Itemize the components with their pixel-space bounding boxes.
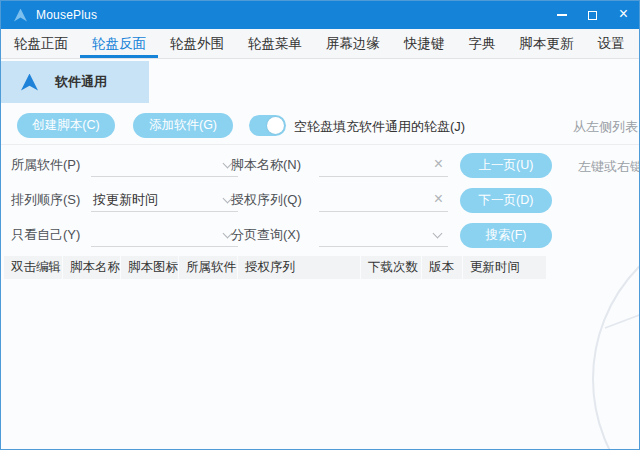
maximize-button[interactable] [577,1,608,29]
script-name-input[interactable]: × [319,153,448,177]
only-mine-label: 只看自己(Y) [11,223,80,247]
only-mine-dropdown[interactable] [91,223,238,247]
sort-order-label: 排列顺序(S) [11,188,80,212]
prev-page-button[interactable]: 上一页(U) [460,153,552,178]
page-query-dropdown[interactable] [319,223,448,247]
maximize-icon [588,11,597,20]
cursor-triangle-icon [21,74,38,91]
search-button[interactable]: 搜索(F) [460,223,552,248]
tab-wheel-outer[interactable]: 轮盘外围 [158,29,236,58]
tab-bar: 轮盘正面 轮盘反面 轮盘外围 轮盘菜单 屏幕边缘 快捷键 字典 脚本更新 设置 [1,29,639,59]
col-script-name[interactable]: 脚本名称 [63,256,121,279]
license-serial-label: 授权序列(Q) [231,188,302,212]
page-query-label: 分页查询(X) [231,223,300,247]
close-icon: × [619,6,628,22]
script-name-label: 脚本名称(N) [231,153,301,177]
license-serial-input[interactable]: × [319,188,448,212]
hint-left-or-right-click: 左键或右键 [578,158,640,176]
section-title: 软件通用 [55,73,107,91]
script-table-header: 双击编辑 脚本名称 脚本图标 所属软件 授权序列 下载次数 版本 更新时间 [4,256,547,279]
col-download-count[interactable]: 下载次数 [361,256,422,279]
window-title: MousePlus [36,8,97,22]
tab-dictionary[interactable]: 字典 [457,29,508,58]
tab-wheel-back[interactable]: 轮盘反面 [80,29,158,58]
minimize-button[interactable] [546,1,577,29]
clear-icon[interactable]: × [434,156,443,172]
next-page-button[interactable]: 下一页(D) [460,188,552,213]
tab-script-update[interactable]: 脚本更新 [508,29,586,58]
mouseplus-window: MousePlus × 轮盘正面 轮盘反面 轮盘外围 轮盘菜单 屏幕边缘 快捷键… [0,0,640,450]
minimize-icon [557,14,567,16]
tab-wheel-menu[interactable]: 轮盘菜单 [236,29,314,58]
add-software-button[interactable]: 添加软件(G) [133,113,233,138]
window-controls: × [546,1,639,29]
col-update-time[interactable]: 更新时间 [463,256,547,279]
toggle-knob [267,117,284,134]
mouseplus-logo-icon [14,9,27,22]
dropdown-value: 按更新时间 [91,188,218,211]
owner-software-label: 所属软件(P) [11,153,80,177]
tab-wheel-front[interactable]: 轮盘正面 [2,29,80,58]
fill-empty-wheel-toggle[interactable] [249,115,286,136]
tab-hotkeys[interactable]: 快捷键 [392,29,457,58]
sort-order-dropdown[interactable]: 按更新时间 [91,188,238,212]
owner-software-dropdown[interactable] [91,153,238,177]
clear-icon[interactable]: × [434,191,443,207]
create-script-button[interactable]: 创建脚本(C) [17,113,115,138]
toggle-label: 空轮盘填充软件通用的轮盘(J) [294,118,465,136]
chevron-down-icon[interactable] [433,229,443,239]
col-license-serial[interactable]: 授权序列 [238,256,361,279]
divider [1,144,639,145]
col-version[interactable]: 版本 [422,256,463,279]
tab-screen-edge[interactable]: 屏幕边缘 [314,29,392,58]
col-double-click-edit[interactable]: 双击编辑 [4,256,63,279]
section-software-general[interactable]: 软件通用 [1,61,149,103]
hint-from-left-list: 从左侧列表 [573,118,638,136]
title-bar: MousePlus × [1,1,639,29]
col-script-icon[interactable]: 脚本图标 [121,256,179,279]
close-button[interactable]: × [608,1,639,29]
tab-settings[interactable]: 设置 [586,29,637,58]
col-owner-software[interactable]: 所属软件 [179,256,238,279]
